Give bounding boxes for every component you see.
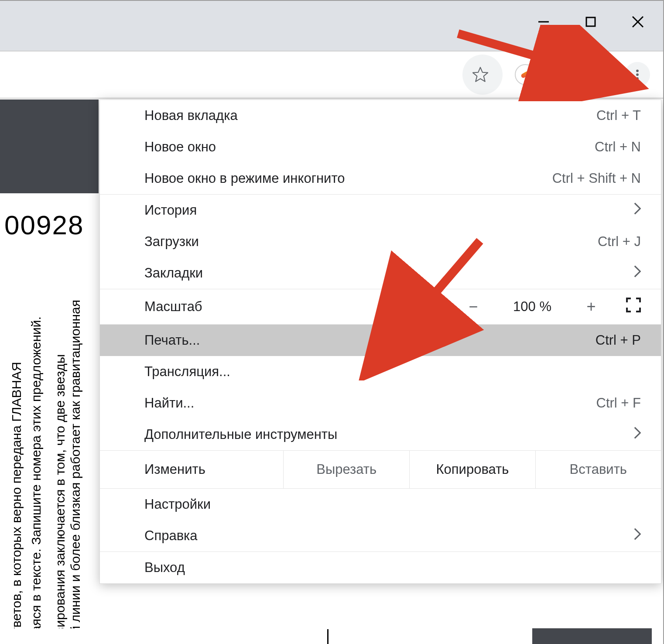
page-dark-slab <box>532 628 652 644</box>
bookmark-star-area <box>462 55 503 95</box>
svg-point-6 <box>636 77 639 80</box>
chevron-right-icon <box>634 202 641 218</box>
menu-item-bookmarks[interactable]: Закладки <box>100 257 661 289</box>
copy-button[interactable]: Копировать <box>409 451 535 488</box>
star-icon[interactable] <box>467 61 494 88</box>
zoom-controls: − 100 % + <box>465 298 641 316</box>
menu-item-more-tools[interactable]: Дополнительные инструменты <box>100 419 661 450</box>
menu-item-label: Загрузки <box>144 234 199 250</box>
svg-rect-1 <box>586 17 595 26</box>
menu-item-exit[interactable]: Выход <box>100 552 661 583</box>
menu-item-label: Новое окно <box>144 139 216 155</box>
cut-button[interactable]: Вырезать <box>284 451 409 488</box>
menu-item-shortcut: Ctrl + N <box>595 139 641 155</box>
menu-item-shortcut: Ctrl + Shift + N <box>552 171 641 186</box>
paste-button[interactable]: Вставить <box>535 451 661 488</box>
menu-item-label: Дополнительные инструменты <box>144 427 337 442</box>
menu-item-label: Справка <box>144 528 198 544</box>
zoom-in-button[interactable]: + <box>582 298 600 316</box>
main-menu: Новая вкладка Ctrl + T Новое окно Ctrl +… <box>99 99 661 584</box>
page-text-line: цаяся в тексте. Запишите номера этих пре… <box>28 261 44 641</box>
extensions-puzzle-icon[interactable] <box>548 61 575 88</box>
menu-item-label: Закладки <box>144 265 203 281</box>
page-number-fragment: 00928 <box>4 209 84 240</box>
titlebar <box>0 1 663 51</box>
menu-item-new-window[interactable]: Новое окно Ctrl + N <box>100 131 661 163</box>
menu-item-label: Изменить <box>100 451 283 488</box>
menu-item-history[interactable]: История <box>100 195 661 226</box>
menu-item-zoom: Масштаб − 100 % + <box>100 289 661 324</box>
menu-item-shortcut: Ctrl + F <box>596 395 641 411</box>
browser-window: 00928 ответов, в которых верно передана … <box>0 0 664 644</box>
menu-item-label: Трансляция... <box>144 364 230 380</box>
menu-item-label: Новая вкладка <box>144 108 238 123</box>
chevron-right-icon <box>634 528 641 544</box>
svg-point-5 <box>636 73 639 76</box>
page-text-line: ой линии и более близкая работает как гр… <box>68 261 83 641</box>
menu-item-shortcut: Ctrl + P <box>596 332 641 348</box>
menu-item-settings[interactable]: Настройки <box>100 489 661 520</box>
page-dark-banner <box>0 99 99 193</box>
menu-item-label: Найти... <box>144 395 194 411</box>
edit-buttons: Вырезать Копировать Вставить <box>283 451 661 488</box>
chevron-right-icon <box>634 265 641 281</box>
maximize-button[interactable] <box>582 13 599 31</box>
zoom-out-button[interactable]: − <box>465 298 482 316</box>
menu-button[interactable] <box>625 62 650 87</box>
menu-item-label: История <box>144 202 197 218</box>
page-text-line: нзирования заключается в том, что две зв… <box>52 261 68 641</box>
page-text-line: ответов, в которых верно передана ГЛАВНА… <box>9 261 24 641</box>
menu-item-cast[interactable]: Трансляция... <box>100 356 661 387</box>
zoom-percentage: 100 % <box>508 299 556 315</box>
menu-item-label: Настройки <box>144 497 211 512</box>
chevron-right-icon <box>634 427 641 442</box>
close-button[interactable] <box>629 13 647 31</box>
extension-icon[interactable] <box>515 64 536 85</box>
page-vertical-line <box>327 629 329 644</box>
profile-avatar[interactable] <box>587 62 613 87</box>
menu-item-help[interactable]: Справка <box>100 520 661 552</box>
menu-item-label: Выход <box>144 560 185 575</box>
menu-item-label: Печать... <box>144 332 200 348</box>
svg-point-4 <box>636 69 639 72</box>
menu-item-new-tab[interactable]: Новая вкладка Ctrl + T <box>100 100 661 131</box>
menu-item-shortcut: Ctrl + J <box>598 234 641 250</box>
menu-item-print[interactable]: Печать... Ctrl + P <box>100 325 661 356</box>
menu-item-downloads[interactable]: Загрузки Ctrl + J <box>100 226 661 257</box>
toolbar <box>0 51 663 99</box>
menu-item-incognito[interactable]: Новое окно в режиме инкогнито Ctrl + Shi… <box>100 163 661 194</box>
menu-item-shortcut: Ctrl + T <box>596 108 641 123</box>
menu-item-find[interactable]: Найти... Ctrl + F <box>100 387 661 419</box>
fullscreen-icon[interactable] <box>626 298 641 316</box>
minimize-button[interactable] <box>535 13 552 31</box>
menu-item-label: Масштаб <box>144 299 202 315</box>
menu-item-label: Новое окно в режиме инкогнито <box>144 171 345 186</box>
menu-item-edit: Изменить Вырезать Копировать Вставить <box>100 451 661 488</box>
